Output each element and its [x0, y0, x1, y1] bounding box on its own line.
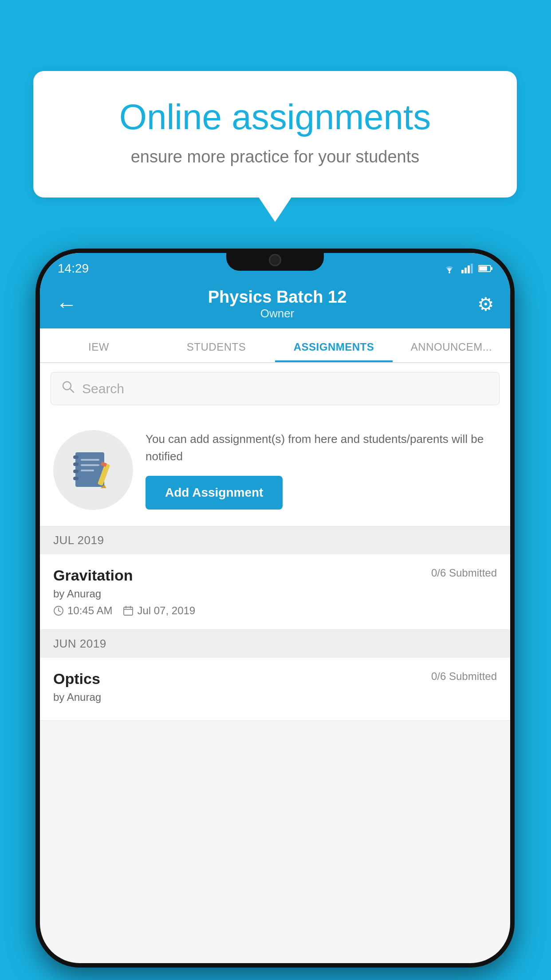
assignment-name: Gravitation [53, 567, 133, 584]
assignment-top-row: Gravitation 0/6 Submitted [53, 567, 497, 584]
assignment-by-optics: by Anurag [53, 691, 497, 703]
speech-bubble-container: Online assignments ensure more practice … [33, 71, 517, 198]
svg-rect-13 [73, 470, 79, 473]
svg-rect-11 [73, 455, 79, 459]
section-header-jun: JUN 2019 [40, 630, 510, 658]
front-camera [269, 254, 281, 266]
add-assignment-button[interactable]: Add Assignment [146, 476, 283, 510]
battery-icon [478, 265, 492, 273]
app-bar-subtitle: Owner [208, 307, 347, 320]
calendar-icon [123, 605, 134, 616]
app-bar-title: Physics Batch 12 [208, 288, 347, 307]
signal-icon [461, 264, 473, 273]
svg-line-9 [70, 389, 74, 392]
tabs-bar: IEW STUDENTS ASSIGNMENTS ANNOUNCEM... [40, 328, 510, 363]
settings-button[interactable]: ⚙ [477, 293, 494, 315]
svg-rect-1 [461, 270, 464, 273]
phone-screen: 14:29 [40, 253, 510, 963]
status-time: 14:29 [58, 261, 89, 276]
tab-assignments[interactable]: ASSIGNMENTS [275, 328, 393, 362]
svg-rect-2 [464, 268, 467, 273]
search-bar[interactable]: Search [51, 372, 500, 405]
svg-rect-4 [471, 264, 473, 273]
speech-bubble-title: Online assignments [64, 98, 486, 137]
notebook-icon [71, 450, 115, 490]
svg-rect-15 [81, 459, 99, 461]
svg-rect-12 [73, 462, 79, 466]
tab-students[interactable]: STUDENTS [157, 328, 275, 362]
svg-rect-16 [81, 464, 99, 466]
tab-iew[interactable]: IEW [40, 328, 157, 362]
meta-date: Jul 07, 2019 [123, 605, 195, 617]
assignment-item-gravitation[interactable]: Gravitation 0/6 Submitted by Anurag 10:4… [40, 554, 510, 630]
svg-rect-7 [479, 266, 487, 271]
svg-rect-14 [73, 477, 79, 480]
back-button[interactable]: ← [56, 292, 77, 316]
search-container: Search [40, 363, 510, 414]
promo-text-group: You can add assignment(s) from here and … [146, 431, 497, 510]
wifi-icon [443, 264, 456, 273]
tab-announcements[interactable]: ANNOUNCEM... [393, 328, 510, 362]
assignment-date: Jul 07, 2019 [137, 605, 195, 617]
status-icons [443, 264, 492, 273]
svg-rect-3 [468, 265, 470, 273]
app-bar-title-group: Physics Batch 12 Owner [208, 288, 347, 320]
svg-line-23 [59, 611, 60, 612]
promo-icon-circle [53, 430, 133, 510]
promo-section: You can add assignment(s) from here and … [40, 414, 510, 526]
svg-rect-24 [124, 607, 133, 615]
assignment-submitted: 0/6 Submitted [431, 567, 497, 579]
section-header-jul: JUL 2019 [40, 526, 510, 554]
phone-notch [226, 249, 324, 271]
svg-point-0 [449, 272, 450, 273]
clock-icon [53, 605, 64, 616]
assignment-name-optics: Optics [53, 670, 100, 688]
promo-description: You can add assignment(s) from here and … [146, 431, 497, 465]
phone-frame: 14:29 [35, 249, 515, 968]
assignment-top-row-optics: Optics 0/6 Submitted [53, 670, 497, 688]
speech-bubble-subtitle: ensure more practice for your students [64, 147, 486, 166]
svg-rect-17 [81, 470, 94, 471]
speech-bubble: Online assignments ensure more practice … [33, 71, 517, 198]
app-bar: ← Physics Batch 12 Owner ⚙ [40, 280, 510, 328]
search-placeholder: Search [82, 381, 124, 396]
assignment-meta: 10:45 AM Jul 07, 2019 [53, 605, 497, 617]
search-icon [62, 380, 75, 397]
assignment-time: 10:45 AM [67, 605, 112, 617]
assignment-submitted-optics: 0/6 Submitted [431, 670, 497, 683]
svg-rect-6 [491, 267, 492, 270]
assignment-item-optics[interactable]: Optics 0/6 Submitted by Anurag [40, 658, 510, 721]
meta-time: 10:45 AM [53, 605, 112, 617]
assignment-by: by Anurag [53, 588, 497, 600]
